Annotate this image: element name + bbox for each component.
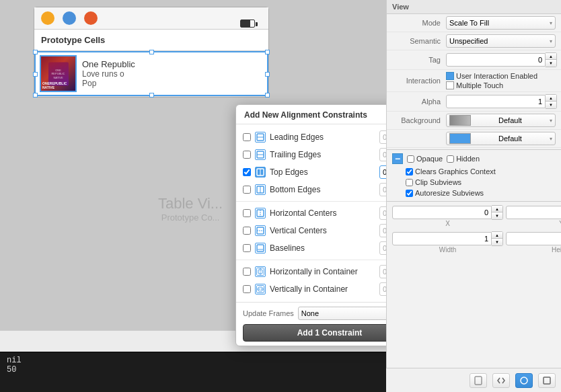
checkbox-leading[interactable] — [243, 133, 251, 141]
hcenter-value[interactable]: 0▾ — [379, 206, 386, 220]
constraint-row-vcontainer[interactable]: Vertically in Container 0▾ — [236, 280, 386, 298]
opaque-checkbox[interactable] — [407, 155, 414, 163]
x-down[interactable]: ▼ — [492, 212, 502, 219]
add-constraint-button[interactable]: Add 1 Constraint — [243, 324, 386, 342]
constraint-row-leading[interactable]: Leading Edges 0▾ — [236, 128, 386, 146]
trailing-edges-value[interactable]: 0▾ — [379, 148, 386, 161]
tag-stepper-down[interactable]: ▼ — [546, 60, 556, 67]
checkbox-hcontainer[interactable] — [243, 268, 251, 276]
constraint-popup[interactable]: Add New Alignment Constraints Leading Ed… — [235, 104, 386, 346]
checkbox-top[interactable] — [243, 168, 251, 176]
background-select[interactable]: Default ▾ — [446, 114, 556, 127]
multiple-touch-checkbox[interactable] — [446, 81, 454, 89]
battery-icon — [240, 19, 255, 28]
checkbox-vcontainer[interactable] — [243, 285, 251, 293]
tab-circle-icon[interactable] — [515, 373, 533, 388]
tab-bracket-icon[interactable] — [492, 373, 510, 388]
multiple-touch-label: Multiple Touch — [456, 81, 503, 89]
baseline-icon — [255, 243, 266, 253]
toolbar-btn-blue[interactable] — [63, 11, 76, 25]
tab-file-icon[interactable] — [470, 373, 487, 388]
handle-tr[interactable] — [265, 50, 270, 54]
constraint-row-trailing[interactable]: Trailing Edges 0▾ — [236, 146, 386, 163]
constraint-row-baseline[interactable]: Baselines 0▾ — [236, 239, 386, 257]
width-stepper-buttons: ▲ ▼ — [492, 231, 503, 246]
y-stepper: ▲ ▼ — [506, 205, 561, 220]
opaque-label: Opaque — [416, 155, 443, 163]
handle-ml[interactable] — [33, 72, 38, 77]
autoresize-row: Autoresize Subviews — [387, 188, 561, 200]
toolbar-btn-red[interactable] — [84, 11, 98, 25]
bottom-edges-value[interactable]: 0▾ — [379, 183, 386, 196]
user-interaction-checkbox[interactable] — [446, 72, 454, 80]
constraint-row-hcontainer[interactable]: Horizontally in Container 0▾ — [236, 263, 386, 280]
hidden-label: Hidden — [456, 155, 480, 163]
handle-tc[interactable] — [149, 50, 154, 54]
hidden-checkbox[interactable] — [447, 155, 454, 163]
simulator-toolbar — [34, 7, 268, 30]
table-view-label: Table Vi... Prototype Co... — [158, 195, 223, 223]
mode-select[interactable]: Scale To Fill ▾ — [446, 16, 556, 30]
clears-checkbox[interactable] — [406, 168, 413, 175]
baseline-value[interactable]: 0▾ — [379, 241, 386, 255]
handle-mr[interactable] — [265, 72, 270, 77]
tag-stepper-up[interactable]: ▲ — [546, 53, 556, 60]
alpha-stepper-up[interactable]: ▲ — [546, 95, 556, 102]
tint-value: Default — [498, 134, 522, 143]
width-down[interactable]: ▼ — [492, 239, 502, 245]
checkbox-vcenter[interactable] — [243, 227, 251, 235]
clip-label: Clip Subviews — [415, 178, 461, 186]
x-input[interactable] — [392, 206, 492, 219]
baseline-label: Baselines — [270, 243, 375, 253]
alpha-label: Alpha — [392, 97, 446, 106]
console-line-2: 50 — [7, 365, 379, 375]
alpha-input[interactable] — [446, 95, 546, 108]
checkbox-hcenter[interactable] — [243, 209, 251, 217]
tab-square-icon[interactable] — [538, 373, 556, 388]
constraint-row-hcenter[interactable]: Horizontal Centers 0▾ — [236, 204, 386, 222]
constraint-row-bottom[interactable]: Bottom Edges 0▾ — [236, 181, 386, 198]
user-interaction-label: User Interaction Enabled — [456, 72, 537, 80]
x-up[interactable]: ▲ — [492, 206, 502, 212]
tint-select[interactable]: Default ▾ — [446, 132, 556, 145]
checkbox-bottom[interactable] — [243, 186, 251, 194]
leading-edges-value[interactable]: 0▾ — [379, 130, 386, 144]
bottom-edges-label: Bottom Edges — [270, 185, 375, 194]
update-frames-select[interactable]: None ▾ — [298, 307, 386, 320]
tag-input[interactable] — [446, 53, 546, 67]
constraint-row-vcenter[interactable]: Vertical Centers 0▾ — [236, 222, 386, 239]
width-input[interactable] — [392, 232, 492, 245]
top-edges-value[interactable]: 0▾ — [379, 165, 386, 179]
alpha-stepper-down[interactable]: ▼ — [546, 102, 556, 108]
semantic-label: Semantic — [392, 37, 446, 45]
svg-point-24 — [521, 377, 527, 384]
hcontainer-value[interactable]: 0▾ — [379, 265, 386, 278]
leading-edges-icon — [255, 132, 266, 143]
toolbar-btn-orange[interactable] — [41, 11, 54, 25]
checkbox-baseline[interactable] — [243, 244, 251, 252]
handle-bc[interactable] — [149, 93, 154, 97]
bottom-tabs — [386, 368, 561, 392]
autoresize-checkbox[interactable] — [406, 190, 413, 197]
vcontainer-value[interactable]: 0▾ — [379, 282, 386, 296]
handle-br[interactable] — [265, 93, 270, 97]
tag-label: Tag — [392, 56, 446, 64]
minus-button[interactable]: − — [392, 153, 403, 164]
clip-checkbox[interactable] — [406, 179, 413, 186]
checkbox-trailing[interactable] — [243, 151, 251, 159]
y-input[interactable] — [506, 206, 561, 219]
table-cell[interactable]: ONEREPUBLICNATIVE One Republic Love runs… — [34, 51, 268, 97]
handle-tl[interactable] — [33, 50, 38, 54]
height-input[interactable] — [506, 232, 561, 245]
semantic-arrow-icon: ▾ — [550, 38, 552, 44]
semantic-select[interactable]: Unspecified ▾ — [446, 34, 556, 48]
trailing-edges-icon — [255, 149, 266, 160]
vcenter-value[interactable]: 0▾ — [379, 224, 386, 237]
clip-item: Clip Subviews — [406, 178, 556, 186]
constraint-row-top[interactable]: Top Edges 0▾ — [236, 163, 386, 181]
cell-title: One Republic — [82, 59, 135, 69]
battery-fill — [241, 20, 250, 27]
width-up[interactable]: ▲ — [492, 232, 502, 239]
handle-bl[interactable] — [33, 93, 38, 97]
background-value: Default — [498, 116, 522, 124]
